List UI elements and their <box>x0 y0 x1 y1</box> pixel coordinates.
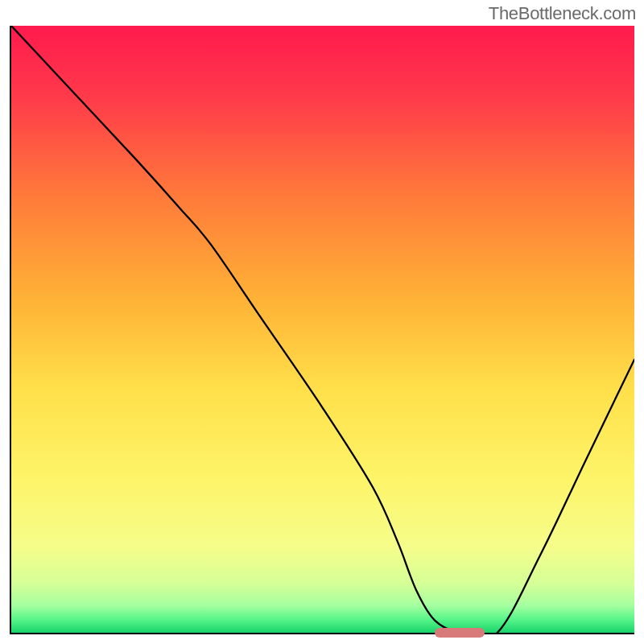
optimal-marker <box>435 628 485 638</box>
bottleneck-chart: TheBottleneck.com <box>0 0 644 644</box>
plot-area <box>10 26 634 634</box>
watermark-text: TheBottleneck.com <box>489 3 636 24</box>
bottleneck-curve <box>11 26 634 633</box>
